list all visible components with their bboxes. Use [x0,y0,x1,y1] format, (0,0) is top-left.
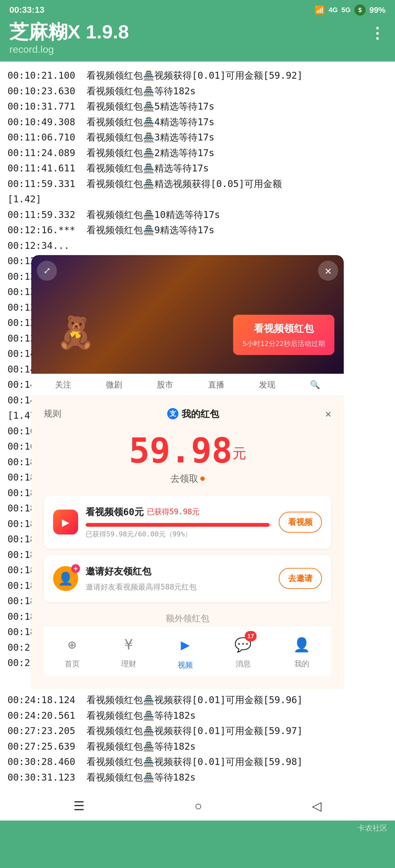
invite-task-info: 邀请好友领红包 邀请好友看视频最高得588元红包 [86,564,271,593]
task-title: 看视频领60元 已获得59.98元 [86,504,271,520]
app-header: 芝麻糊X 1.9.8 record.log ⋮ [0,18,395,62]
invite-friends-task-card: 👤 邀请好友领红包 邀请好友看视频最高得588元红包 去邀请 [44,555,331,602]
wifi-icon: 📶 [315,5,325,15]
phone-home-button[interactable]: ○ [194,799,202,813]
nav-item-discover[interactable]: 发现 [259,378,275,392]
dollar-icon: $ [355,4,366,16]
log-line: 00:10:31.771 看视频领红包🏯5精选等待17s [7,99,388,114]
status-time: 00:33:13 [9,5,45,15]
alipay-bottom-nav: ⊕ 首页 ¥ 理财 ▶ 视频 💬 17 消息 [44,626,331,676]
phone-bottom-nav: ☰ ○ ◁ [0,791,395,820]
log-line: 00:10:21.100 看视频领红包🏯视频获得[0.01]可用金额[59.92… [7,68,388,83]
amount-display: 59.98元 [44,433,331,468]
redenvelope-title: 看视频领红包 [243,320,325,337]
overlay-popup: ⤢ ✕ 🧸 看视频领红包 5小时12分22秒后活动过期 关注 微剧 股市 直播 … [31,255,344,689]
log-line: 00:27:25.639 看视频领红包🏯等待182s [7,739,388,754]
nav-item-drama[interactable]: 微剧 [106,378,122,392]
log-line: 00:24:18.124 看视频领红包🏯视频获得[0.01]可用金额[59.96… [7,692,388,708]
video-task-icon: ▶ [53,509,78,534]
close-video-icon: ✕ [325,261,332,280]
amount-number: 59.98 [129,431,232,470]
claim-link[interactable]: 去领取 [44,471,331,487]
expand-video-button[interactable]: ⤢ [37,261,57,281]
log-line: 00:30:31.123 看视频领红包🏯等待182s [7,770,388,785]
bottom-hint: 额外领红包 [44,608,331,626]
log-line: 00:30:28.460 看视频领红包🏯视频获得[0.01]可用金额[59.98… [7,754,388,770]
task-progress-fill [86,523,270,527]
app-title-group: 芝麻糊X 1.9.8 record.log [9,21,129,55]
attribution: 卡农社区 [0,820,395,837]
messages-nav-icon: 💬 17 [234,633,252,656]
mine-nav-icon: 👤 [293,633,310,656]
alipay-nav-messages[interactable]: 💬 17 消息 [234,633,252,670]
alipay-nav-video[interactable]: ▶ 视频 [178,632,193,671]
invite-task-icon: 👤 [53,566,78,591]
app-navigation-bar: 关注 微剧 股市 直播 发现 🔍 [31,374,344,396]
phone-back-button[interactable]: ◁ [312,799,321,813]
bottom-log-area: 00:24:18.124 看视频领红包🏯视频获得[0.01]可用金额[59.96… [0,686,395,791]
video-player-card: ⤢ ✕ 🧸 看视频领红包 5小时12分22秒后活动过期 [31,255,344,374]
home-nav-icon: ⊕ [68,633,76,656]
signal-5g-icon: 5G [342,6,350,14]
log-line: [1.42] [7,191,388,207]
expand-icon: ⤢ [44,264,51,278]
search-icon[interactable]: 🔍 [310,378,320,392]
log-line: 00:11:06.710 看视频领红包🏯3精选等待17s [7,130,388,145]
task-info: 看视频领60元 已获得59.98元 已获得59.98元/60.00元（99%） [86,504,271,540]
redenvelope-expiry: 5小时12分22秒后活动过期 [243,338,325,349]
modal-header: 规则 支 我的红包 ✕ [44,406,331,427]
alipay-nav-home[interactable]: ⊕ 首页 [65,633,80,670]
task-progress-bar [86,523,271,527]
alipay-icon: 支 [167,408,178,419]
watch-video-button[interactable]: 看视频 [279,512,322,533]
log-area: 00:10:21.100 看视频领红包🏯视频获得[0.01]可用金额[59.92… [0,62,395,686]
claim-text: 去领取 [170,471,198,487]
nav-item-stocks[interactable]: 股市 [157,378,173,392]
log-line: 00:12:16.*** 看视频领红包🏯9精选等待17s [7,222,388,238]
log-line: 00:10:23.630 看视频领红包🏯等待182s [7,83,388,99]
message-badge: 17 [245,631,257,642]
finance-nav-icon: ¥ [125,633,133,656]
app-title: 芝麻糊X 1.9.8 [9,21,129,42]
status-bar: 00:33:13 📶 4G 5G $ 99% [0,0,395,18]
log-line: 00:11:24.089 看视频领红包🏯2精选等待17s [7,145,388,161]
watch-video-task-card: ▶ 看视频领60元 已获得59.98元 已获得59.98元/60.00元（99%… [44,496,331,549]
close-video-button[interactable]: ✕ [318,261,338,281]
log-line: 00:11:59.332 看视频领红包🏯10精选等待17s [7,207,388,223]
nav-item-live[interactable]: 直播 [208,378,224,392]
nav-item-follow[interactable]: 关注 [55,378,71,392]
log-line: 00:11:59.331 看视频领红包🏯精选视频获得[0.05]可用金额 [7,176,388,192]
more-icon[interactable]: ⋮ [370,21,386,42]
invite-task-title: 邀请好友领红包 [86,564,271,579]
log-line: 00:24:20.561 看视频领红包🏯等待182s [7,708,388,723]
signal-4g-icon: 4G [329,6,338,14]
task-progress-text: 已获得59.98元/60.00元（99%） [86,529,271,540]
app-subtitle: record.log [9,44,129,55]
log-line: 00:27:23.205 看视频领红包🏯视频获得[0.01]可用金额[59.97… [7,723,388,739]
video-nav-icon: ▶ [181,632,190,657]
mascot-character: 🧸 [56,307,95,358]
invite-friends-button[interactable]: 去邀请 [279,568,322,589]
battery-status: 99% [369,5,386,15]
modal-rule-link[interactable]: 规则 [44,406,61,421]
video-redenvelope-banner: 看视频领红包 5小时12分22秒后活动过期 [233,315,334,355]
redpacket-modal: 规则 支 我的红包 ✕ 59.98元 去领取 ▶ [31,396,344,689]
modal-close-button[interactable]: ✕ [325,406,331,422]
alipay-nav-mine[interactable]: 👤 我的 [293,633,310,670]
status-icons: 📶 4G 5G $ 99% [315,4,386,16]
task-earned: 已获得59.98元 [147,506,199,518]
modal-title: 支 我的红包 [167,406,219,422]
claim-dot-icon [200,476,205,481]
amount-unit: 元 [232,442,246,465]
alipay-nav-finance[interactable]: ¥ 理财 [121,633,136,670]
log-line: 00:10:49.308 看视频领红包🏯4精选等待17s [7,114,388,130]
phone-menu-button[interactable]: ☰ [74,799,85,813]
log-line: 00:12:34... [7,238,388,253]
log-line: 00:11:41.611 看视频领红包🏯精选等待17s [7,160,388,176]
invite-task-desc: 邀请好友看视频最高得588元红包 [86,581,271,594]
